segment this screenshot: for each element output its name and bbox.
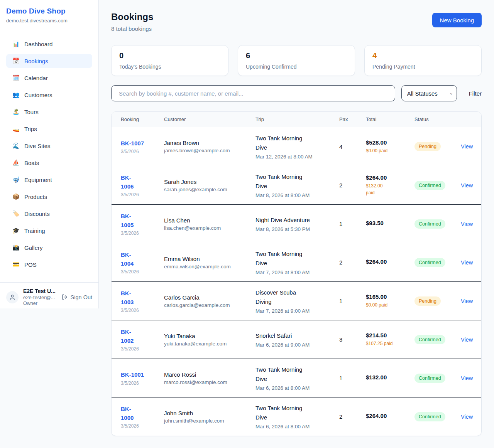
sign-out-button[interactable]: Sign Out [61, 294, 92, 300]
booking-date: 3/5/2026 [121, 346, 164, 352]
main-content: Bookings 8 total bookings New Booking 0 … [99, 0, 494, 448]
trip-name: Two Tank Morning Dive [255, 172, 339, 191]
booking-id-link[interactable]: BK- 1006 [121, 173, 164, 191]
page-title: Bookings [111, 12, 153, 22]
view-link[interactable]: View [461, 337, 473, 343]
view-link[interactable]: View [461, 259, 473, 266]
tag-icon: 🏷️ [12, 210, 19, 217]
dashboard-icon: 📊 [12, 40, 19, 47]
sidebar-item-label: Equipment [24, 177, 52, 183]
view-link[interactable]: View [461, 298, 473, 304]
sidebar-item-products[interactable]: 📦 Products [6, 190, 92, 204]
sidebar-item-dashboard[interactable]: 📊 Dashboard [6, 37, 92, 51]
sidebar-item-pos[interactable]: 💳 POS [6, 258, 92, 271]
total-amount: $264.00 [366, 258, 414, 265]
customer-email: marco.rossi@example.com [164, 379, 255, 385]
user-role: Owner [23, 301, 57, 306]
table-header-row: Booking Customer Trip Pax Total Status [112, 112, 481, 127]
user-email: e2e-tester@... [23, 295, 57, 300]
trip-name: Discover Scuba Diving [255, 288, 339, 307]
sidebar-item-dive-sites[interactable]: 🌊 Dive Sites [6, 139, 92, 153]
filter-bar: All Statuses ⌄ Filter [111, 85, 482, 101]
stat-label: Today's Bookings [119, 64, 220, 70]
customer-email: lisa.chen@example.com [164, 225, 255, 231]
customer-name: Marco Rossi [164, 371, 255, 378]
view-link[interactable]: View [461, 182, 473, 189]
sidebar-item-equipment[interactable]: 🤿 Equipment [6, 173, 92, 187]
customer-name: Lisa Chen [164, 217, 255, 224]
paid-amount: $107.25 paid [366, 340, 414, 347]
stat-card-upcoming-confirmed: 6 Upcoming Confirmed [238, 45, 355, 76]
booking-id-link[interactable]: BK-1007 [121, 139, 164, 148]
sidebar-item-label: Products [24, 194, 47, 200]
total-amount: $264.00 [366, 174, 414, 181]
pax-count: 2 [339, 413, 366, 420]
pax-count: 1 [339, 375, 366, 381]
booking-id-link[interactable]: BK- 1005 [121, 212, 164, 230]
view-link[interactable]: View [461, 143, 473, 150]
stat-label: Upcoming Confirmed [246, 64, 347, 70]
pax-count: 4 [339, 143, 366, 150]
new-booking-button[interactable]: New Booking [432, 13, 482, 27]
customer-name: Yuki Tanaka [164, 333, 255, 339]
stat-value: 0 [119, 51, 220, 60]
total-amount: $132.00 [366, 374, 414, 381]
sidebar-item-training[interactable]: 🎓 Training [6, 224, 92, 237]
total-amount: $214.50 [366, 332, 414, 339]
trip-name: Snorkel Safari [255, 331, 339, 340]
island-icon: 🏝️ [12, 108, 19, 115]
total-amount: $165.00 [366, 293, 414, 300]
customer-name: Carlos Garcia [164, 294, 255, 301]
status-select[interactable]: All Statuses [401, 85, 457, 101]
credit-card-icon: 💳 [12, 261, 19, 268]
booking-id-link[interactable]: BK- 1002 [121, 327, 164, 345]
table-row: BK-1001 3/5/2026 Marco Rossi marco.rossi… [112, 359, 481, 397]
package-icon: 📦 [12, 193, 19, 200]
sidebar-item-tours[interactable]: 🏝️ Tours [6, 105, 92, 119]
brand[interactable]: Demo Dive Shop demo.test.divestreams.com [0, 0, 98, 29]
speedboat-icon: 🚤 [12, 125, 19, 132]
booking-id-link[interactable]: BK-1001 [121, 370, 164, 379]
customer-email: john.smith@example.com [164, 418, 255, 424]
sidebar-item-label: Dive Sites [24, 143, 51, 149]
sidebar-item-customers[interactable]: 👥 Customers [6, 88, 92, 102]
booking-id-link[interactable]: BK- 1003 [121, 289, 164, 307]
sidebar-item-calendar[interactable]: 🗓️ Calendar [6, 71, 92, 85]
user-icon [9, 294, 16, 301]
sidebar-item-boats[interactable]: ⛵ Boats [6, 156, 92, 170]
sidebar-item-gallery[interactable]: 📸 Gallery [6, 241, 92, 254]
trip-name: Two Tank Morning Dive [255, 404, 339, 422]
view-link[interactable]: View [461, 414, 473, 420]
view-link[interactable]: View [461, 221, 473, 227]
customer-email: james.brown@example.com [164, 148, 255, 153]
status-badge: Confirmed [414, 335, 445, 344]
sidebar-item-label: Tours [24, 109, 39, 115]
pax-count: 2 [339, 259, 366, 266]
status-badge: Pending [414, 296, 441, 306]
booking-date: 3/5/2026 [121, 381, 164, 386]
sidebar-item-label: Training [24, 227, 45, 234]
status-select-wrap: All Statuses ⌄ [401, 85, 457, 101]
sidebar-item-label: POS [24, 261, 37, 268]
sign-out-label: Sign Out [71, 294, 92, 300]
sidebar-item-bookings[interactable]: 📅 Bookings [6, 54, 92, 68]
sidebar-item-discounts[interactable]: 🏷️ Discounts [6, 207, 92, 221]
filter-button[interactable]: Filter [469, 90, 482, 97]
sidebar-nav: 📊 Dashboard 📅 Bookings 🗓️ Calendar 👥 Cus… [0, 29, 98, 282]
column-header-customer: Customer [164, 116, 255, 122]
booking-id-link[interactable]: BK- 1004 [121, 250, 164, 268]
trip-datetime: Mar 7, 2026 at 9:00 AM [255, 308, 339, 314]
search-input[interactable] [111, 85, 395, 101]
wave-icon: 🌊 [12, 142, 19, 149]
status-badge: Confirmed [414, 181, 445, 190]
total-bookings-count: 8 total bookings [111, 25, 153, 32]
view-link[interactable]: View [461, 375, 473, 381]
booking-date: 3/5/2026 [121, 149, 164, 154]
booking-date: 3/5/2026 [121, 269, 164, 275]
sidebar-item-trips[interactable]: 🚤 Trips [6, 122, 92, 136]
booking-id-link[interactable]: BK- 1000 [121, 404, 164, 423]
table-row: BK- 1004 3/5/2026 Emma Wilson emma.wilso… [112, 243, 481, 281]
pax-count: 1 [339, 298, 366, 304]
table-row: BK- 1005 3/5/2026 Lisa Chen lisa.chen@ex… [112, 204, 481, 243]
sidebar-item-label: Dashboard [24, 41, 52, 47]
